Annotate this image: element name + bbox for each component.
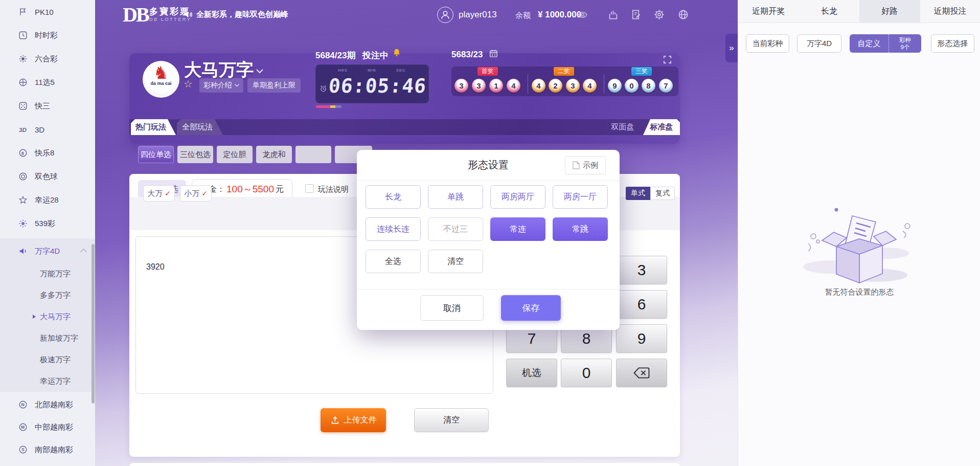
clear-input-button[interactable]: 清空 bbox=[414, 408, 489, 432]
eye-icon[interactable] bbox=[578, 11, 588, 21]
double-panel-toggle[interactable]: 双面盘 bbox=[602, 119, 643, 135]
chevron-down-icon[interactable] bbox=[256, 66, 263, 76]
sidebar-item-central-vn[interactable]: M 中部越南彩 bbox=[0, 415, 95, 439]
username[interactable]: player013 bbox=[459, 10, 497, 20]
chevron-down-icon bbox=[235, 84, 239, 87]
tab-recent-draws[interactable]: 近期开奖 bbox=[738, 0, 799, 23]
sidebar-item-ssq[interactable]: 双色球 bbox=[0, 165, 95, 188]
filter-custom[interactable]: 自定义 彩种9个 bbox=[850, 34, 921, 53]
pattern-settings-modal: 形态设置 示例 长龙 单跳 两房两厅 两房一厅 连续长连 不过三 常连 常跳 全… bbox=[357, 150, 620, 330]
sidebar-item-lucky28[interactable]: 幸运28 bbox=[0, 188, 95, 212]
example-button[interactable]: 示例 bbox=[565, 156, 606, 174]
play-type-button[interactable] bbox=[295, 146, 331, 163]
example-doc-icon bbox=[573, 161, 580, 169]
sidebar-item-pk10[interactable]: PK10 bbox=[0, 0, 95, 24]
current-period: 5684/23期 bbox=[315, 50, 355, 61]
sidebar-subitem[interactable]: 新加坡万字 bbox=[0, 327, 95, 349]
play-type-button[interactable]: 三位包选 bbox=[177, 146, 213, 163]
big-wan-filter[interactable]: 大万 ✓ bbox=[143, 185, 175, 202]
small-wan-filter[interactable]: 小万 ✓ bbox=[180, 185, 212, 202]
pattern-option[interactable]: 两房两厅 bbox=[490, 185, 545, 209]
profit-limit-button[interactable]: 单期盈利上限 bbox=[247, 78, 301, 93]
clear-selection-button[interactable]: 清空 bbox=[428, 250, 483, 273]
upload-file-button[interactable]: 上传文件 bbox=[321, 408, 386, 432]
expand-icon[interactable] bbox=[663, 55, 672, 66]
keypad-6[interactable]: 6 bbox=[616, 290, 667, 319]
sidebar-item-3d[interactable]: 3D 3D bbox=[0, 118, 95, 141]
lucky-star-icon bbox=[18, 195, 28, 205]
sidebar-subitem[interactable]: 极速万字 bbox=[0, 349, 95, 370]
play-type-button[interactable]: 四位单选 bbox=[138, 146, 174, 163]
speaker-icon bbox=[183, 10, 193, 21]
svg-text:N: N bbox=[21, 402, 25, 407]
divider bbox=[357, 289, 620, 290]
cancel-button[interactable]: 取消 bbox=[420, 295, 484, 321]
pinwheel-icon bbox=[18, 78, 28, 87]
result-ball: 4 bbox=[507, 79, 520, 93]
single-mode-toggle[interactable]: 单式 bbox=[626, 187, 650, 200]
upload-icon bbox=[330, 415, 340, 425]
avatar[interactable] bbox=[437, 7, 453, 23]
pattern-option[interactable]: 连续长连 bbox=[366, 217, 421, 241]
prize-value: 100～5500 bbox=[226, 183, 274, 196]
sidebar-scrollbar[interactable] bbox=[92, 244, 95, 404]
sidebar-subitem[interactable]: 万能万字 bbox=[0, 263, 95, 284]
tab-recent-bets[interactable]: 近期投注 bbox=[920, 0, 980, 23]
collapse-panel-button[interactable]: » bbox=[725, 34, 738, 62]
select-all-button[interactable]: 全选 bbox=[366, 250, 421, 273]
pattern-option[interactable]: 不过三 bbox=[428, 217, 483, 241]
globe-icon[interactable] bbox=[677, 9, 689, 23]
records-icon[interactable] bbox=[630, 9, 642, 23]
result-ball: 4 bbox=[532, 79, 545, 93]
keypad-random[interactable]: 机选 bbox=[506, 359, 557, 387]
countdown-sec-label: SEC bbox=[396, 68, 405, 73]
filter-shape-select[interactable]: 形态选择 bbox=[931, 34, 974, 53]
calendar-icon[interactable] bbox=[489, 49, 498, 60]
bell-icon bbox=[392, 48, 401, 59]
save-button[interactable]: 保存 bbox=[501, 295, 561, 321]
filter-current-lottery[interactable]: 当前彩种 bbox=[746, 34, 789, 53]
sidebar-item-south-vn[interactable]: S 南部越南彩 bbox=[0, 438, 95, 461]
sidebar-item-mark6[interactable]: 六合彩 bbox=[0, 47, 95, 71]
keypad-0[interactable]: 0 bbox=[561, 359, 612, 387]
pattern-option[interactable]: 两房一厅 bbox=[553, 185, 608, 209]
pattern-option-selected[interactable]: 常跳 bbox=[553, 217, 608, 241]
sidebar-group-4d[interactable]: 万字4D bbox=[0, 239, 95, 263]
tab-good-roads[interactable]: 好路 bbox=[859, 0, 920, 23]
keypad-9[interactable]: 9 bbox=[616, 324, 667, 353]
pattern-option[interactable]: 长龙 bbox=[366, 185, 421, 209]
tab-long-dragon[interactable]: 长龙 bbox=[799, 0, 860, 23]
gear-icon[interactable] bbox=[653, 9, 665, 23]
check-icon: ✓ bbox=[201, 189, 208, 197]
sidebar-item-k3[interactable]: 快三 bbox=[0, 94, 95, 118]
brand-logo[interactable]: DB bbox=[123, 3, 148, 27]
sidebar-subitem[interactable]: 多多万字 bbox=[0, 284, 95, 306]
third-prize-badge: 三奖 bbox=[631, 67, 652, 76]
sidebar-item-539[interactable]: 539彩 bbox=[0, 212, 95, 235]
pattern-option-selected[interactable]: 常连 bbox=[490, 217, 545, 241]
keypad-3[interactable]: 3 bbox=[616, 256, 667, 284]
favorite-star-icon[interactable]: ☆ bbox=[184, 78, 193, 90]
help-checkbox[interactable] bbox=[305, 184, 314, 193]
sidebar-item-north-vn[interactable]: N 北部越南彩 bbox=[0, 393, 95, 416]
lottery-intro-button[interactable]: 彩种介绍 bbox=[199, 78, 243, 93]
sidebar-subitem[interactable]: 幸运万字 bbox=[0, 370, 95, 392]
play-type-button[interactable]: 定位胆 bbox=[217, 146, 253, 163]
sidebar-item-happy8[interactable]: 8 快乐8 bbox=[0, 141, 95, 165]
multi-mode-toggle[interactable]: 复式 bbox=[650, 187, 675, 200]
pattern-option[interactable]: 单跳 bbox=[428, 185, 483, 209]
chart-icon[interactable] bbox=[607, 9, 619, 23]
chevron-up-icon bbox=[80, 249, 87, 255]
result-ball: 3 bbox=[566, 79, 580, 93]
countdown-hrs-label: HRS bbox=[338, 68, 348, 73]
keypad-backspace[interactable] bbox=[616, 359, 667, 387]
filter-lottery-type[interactable]: 万字4D bbox=[797, 34, 841, 53]
sidebar-subitem-active[interactable]: 大马万字 bbox=[0, 306, 95, 327]
sidebar-item-ssc[interactable]: 时时彩 bbox=[0, 24, 95, 47]
empty-box-icon bbox=[798, 205, 921, 294]
help-label[interactable]: 玩法说明 bbox=[318, 185, 349, 194]
sidebar-item-11x5[interactable]: 11选5 bbox=[0, 71, 95, 94]
prize-unit: 元 bbox=[276, 184, 284, 195]
play-type-button[interactable]: 龙虎和 bbox=[256, 146, 292, 163]
3d-icon: 3D bbox=[18, 125, 28, 134]
